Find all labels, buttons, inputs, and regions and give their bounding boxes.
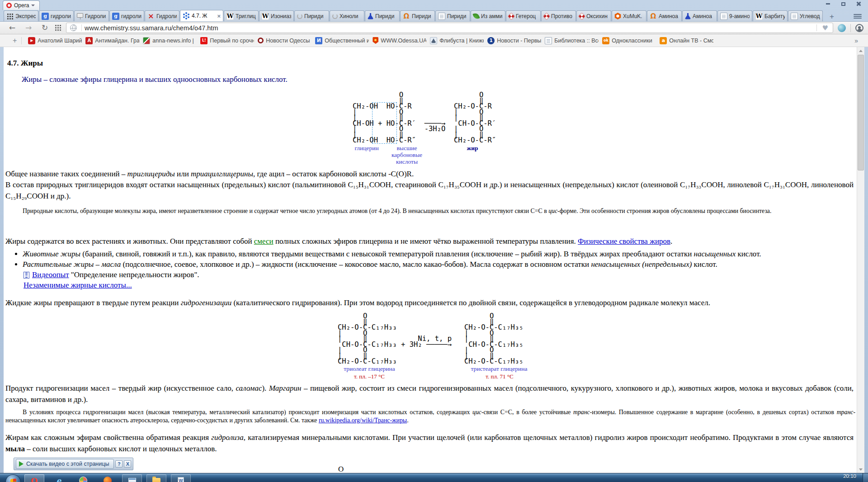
browser-tab[interactable]: Пириди: [294, 10, 329, 21]
widget-help-button[interactable]: ?: [115, 460, 123, 468]
speed-dial-icon[interactable]: [55, 25, 61, 31]
taskbar-button[interactable]: [146, 474, 166, 482]
text-run: саломас: [236, 384, 262, 392]
chevron-down-icon: [31, 5, 35, 6]
browser-tab[interactable]: Оксихин: [576, 10, 611, 21]
browser-tab[interactable]: Из амми: [471, 10, 505, 21]
tristearin-label: тристеарат глицерина: [459, 365, 539, 372]
start-button[interactable]: [5, 474, 21, 482]
browser-tab[interactable]: Ω Аминоа: [647, 10, 682, 21]
opera-turbo-icon[interactable]: [838, 24, 846, 32]
bookmark-item[interactable]: Новости Одессы · Та: [256, 36, 313, 45]
paragraph-occurrence: Жиры содержатся во всех растениях и живо…: [5, 236, 854, 247]
tab-label: Пириди: [304, 13, 326, 19]
tab-label: Углевод: [800, 13, 820, 19]
bookmark-label: WWW.Odessa.UA - О: [381, 38, 426, 44]
maximize-button[interactable]: [837, 1, 849, 7]
browser-tab[interactable]: Углевод: [788, 10, 823, 21]
crosspat-icon: [578, 12, 586, 20]
essential-fatty-acids-link[interactable]: Незаменимые жирные кислоты...: [24, 281, 132, 289]
bookmark-item[interactable]: ok Одноклассники: [600, 36, 658, 45]
mixtures-link[interactable]: смеси: [254, 237, 274, 246]
browser-tab[interactable]: g гидроли: [109, 10, 144, 21]
text-run: Животные жиры: [23, 250, 80, 258]
flask-icon: [368, 13, 373, 19]
tab-menu-icon[interactable]: [853, 13, 863, 19]
browser-tab[interactable]: Экспрес: [4, 10, 38, 21]
text-run: насыщенных: [694, 250, 736, 258]
taskbar-button[interactable]: O: [24, 474, 44, 482]
address-bar[interactable]: ♥: [66, 23, 833, 33]
bookmark-item[interactable]: А Антимайдан. Гражда: [84, 36, 141, 45]
bookmark-item[interactable]: ▶ Анатолий Шарий - Y: [26, 36, 84, 45]
scroll-up-arrow[interactable]: [857, 47, 864, 54]
browser-tab[interactable]: W Барбиту: [753, 10, 788, 21]
bookmark-heart-icon[interactable]: ♥: [820, 24, 831, 32]
bookmark-item[interactable]: 1 Новости - Первый ка: [486, 36, 543, 45]
tab-label: Пириди: [412, 13, 432, 19]
bookmark-label: Новости - Первый ка: [497, 38, 541, 44]
browser-tab[interactable]: Хиноли: [330, 10, 364, 21]
minimize-button[interactable]: [822, 1, 834, 7]
bookmark-item[interactable]: L! Первый по срочным: [198, 36, 256, 45]
browser-tab[interactable]: Гидроли: [74, 10, 109, 21]
text-run: (бараний, свиной, говяжий и т.п.), как п…: [80, 250, 693, 258]
bookmark-item[interactable]: WWW.Odessa.UA - О: [371, 36, 428, 45]
physical-properties-link[interactable]: Физические свойства жиров: [578, 237, 670, 246]
taskbar-button[interactable]: [73, 474, 93, 482]
back-button[interactable]: ←: [6, 24, 18, 32]
bookmark-item[interactable]: Библиотека :: Все кни: [543, 36, 600, 45]
browser-tab[interactable]: g гидроли: [39, 10, 74, 21]
bookmark-item[interactable]: a Онлайн ТВ - Смотре: [658, 36, 715, 45]
video-experiment-link[interactable]: Видеоопыт: [32, 270, 69, 279]
taskbar-button[interactable]: [98, 474, 118, 482]
account-icon[interactable]: [855, 24, 863, 32]
scrollbar-thumb[interactable]: [858, 55, 864, 170]
download-video-button[interactable]: Скачать видео с этой страницы: [16, 459, 114, 469]
widget-close-button[interactable]: X: [124, 460, 131, 468]
doc-icon: [545, 37, 552, 44]
tab-close-icon[interactable]: ×: [217, 13, 221, 19]
browser-tab[interactable]: 4.7. Ж ×: [180, 10, 223, 21]
forward-button[interactable]: →: [23, 24, 34, 32]
browser-tab[interactable]: W Триглиц: [224, 10, 259, 21]
bookmarks-overflow-chevron[interactable]: »: [848, 37, 864, 44]
browser-tab[interactable]: Аминоа: [682, 10, 717, 21]
speeddial-icon: [6, 13, 14, 20]
bookmark-label: anna-news.info |: [152, 38, 194, 44]
browser-tab[interactable]: × Гидроли: [145, 10, 179, 21]
browser-tab[interactable]: Пириди: [435, 10, 470, 21]
taskbar-button[interactable]: W: [171, 474, 191, 482]
doc-icon: [791, 13, 798, 20]
browser-tab[interactable]: Ω Пириди: [400, 10, 435, 21]
youtube-icon: ▶: [28, 37, 35, 44]
show-desktop-button[interactable]: [863, 473, 868, 482]
taskbar-button[interactable]: e: [49, 474, 69, 482]
browser-tab[interactable]: Пириди: [365, 10, 400, 21]
new-tab-button[interactable]: +: [825, 11, 839, 21]
browser-tab[interactable]: Гетероц: [506, 10, 541, 21]
browser-tab[interactable]: Противо: [541, 10, 576, 21]
close-button[interactable]: [853, 1, 864, 7]
taskbar-button[interactable]: [122, 474, 142, 482]
bookmark-item[interactable]: anna-news.info |: [141, 36, 198, 45]
trans-fats-wiki-link[interactable]: ru.wikipedia.org/wiki/Транс-жиры: [319, 417, 407, 424]
reload-button[interactable]: ↻: [39, 24, 51, 32]
esterification-reaction-diagram: O O ‖ ‖ CH₂-OH HO-C-R CH₂-O-C-R | O | O …: [353, 92, 502, 143]
triolein-label: триолеат глицерина: [333, 365, 406, 372]
browser-tab[interactable]: XuMuK.: [612, 10, 646, 21]
text-run: (подсолнечное, соевое, хлопковое и др.) …: [121, 260, 591, 269]
leaf-icon: [473, 13, 480, 20]
browser-tab[interactable]: 9-амино: [717, 10, 752, 21]
page-scrollbar[interactable]: [857, 47, 864, 473]
browser-tab[interactable]: W Изониаз: [259, 10, 294, 21]
bookmark-item[interactable]: И Общественный инф: [313, 36, 371, 45]
tab-bar: Экспрес g гидроли Гидроли g гидроли × Г: [0, 10, 868, 21]
scroll-down-arrow[interactable]: [857, 466, 864, 473]
bookmark-item[interactable]: Флибуста | Книжное: [428, 36, 486, 45]
text-run: ).: [262, 384, 269, 392]
wiki-icon: W: [226, 13, 234, 20]
url-input[interactable]: [85, 24, 814, 32]
opera-menu-button[interactable]: Opera: [3, 0, 40, 10]
add-bookmark-button[interactable]: +: [8, 37, 21, 45]
